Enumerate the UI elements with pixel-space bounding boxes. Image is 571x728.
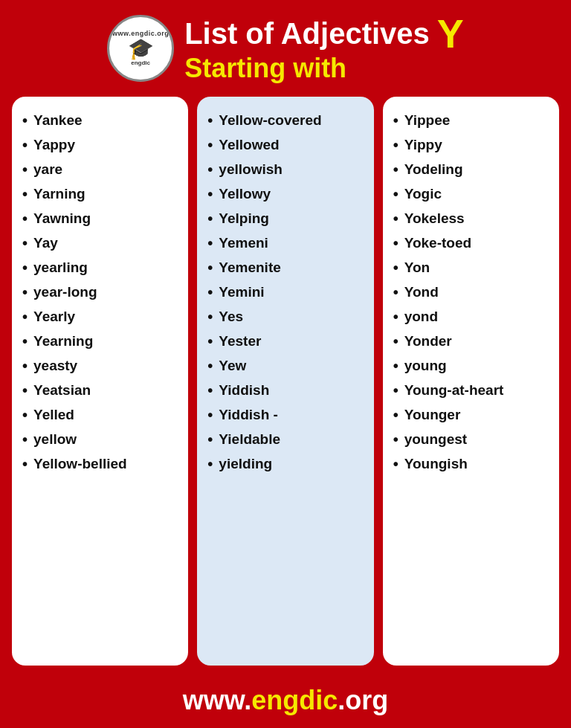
list-item: Yay [22,233,178,254]
list-item: Yellowed [207,135,363,156]
list-item: Yelled [22,405,178,426]
list-item: Yoke-toed [393,233,549,254]
list-item: yearling [22,257,178,279]
list-item: Yew [207,355,363,377]
footer: www.engdic.org [0,677,571,728]
logo-bottom-text: engdic [131,59,150,66]
list-item: Yieldable [207,429,363,451]
list-item: Yippy [393,135,549,156]
list-item: Yiddish - [207,405,363,426]
list-item: Yappy [22,135,178,156]
adjectives-columns: YankeeYappyyareYarningYawningYayyearling… [0,89,571,677]
list-item: Yonder [393,331,549,352]
list-item: Yodeling [393,159,549,181]
header-letter-y: Y [437,13,464,54]
list-item: Yemenite [207,257,363,279]
list-item: Yemeni [207,233,363,254]
header-title-text: List of Adjectives [184,17,430,50]
list-item: Yippee [393,110,549,132]
list-item: Youngish [393,454,549,475]
list-item: year-long [22,282,178,303]
header-text-block: List of Adjectives Y Starting with [184,13,464,83]
column-3: YippeeYippyYodelingYogicYokelessYoke-toe… [383,97,559,666]
list-item: yond [393,306,549,328]
list-item: Yes [207,306,363,328]
list-item: Yawning [22,208,178,230]
list-item: Yellow-bellied [22,454,178,475]
column-1: YankeeYappyyareYarningYawningYayyearling… [12,97,188,666]
list-item: Younger [393,405,549,426]
logo: www.engdic.org 🎓 engdic [107,15,174,82]
list-item: Yokeless [393,208,549,230]
list-item: Yester [207,331,363,352]
logo-top-text: www.engdic.org [112,30,169,37]
list-item: Yond [393,282,549,303]
footer-url-highlight: engdic [251,685,338,715]
list-item: Yellow-covered [207,110,363,132]
list-item: yeasty [22,355,178,377]
list-item: Yellowy [207,184,363,205]
list-item: young [393,355,549,377]
list-item: Yemini [207,282,363,303]
list-item: yare [22,159,178,181]
list-item: Yankee [22,110,178,132]
list-item: Young-at-heart [393,380,549,402]
footer-url: www.engdic.org [0,685,571,716]
column-2: Yellow-coveredYellowedyellowishYellowyYe… [197,97,373,666]
header-title: List of Adjectives Y [184,13,464,54]
list-item: youngest [393,429,549,451]
list-item: Yearning [22,331,178,352]
header-subtitle: Starting with [184,54,346,83]
list-item: yielding [207,454,363,475]
list-item: Yarning [22,184,178,205]
list-item: Yon [393,257,549,279]
header: www.engdic.org 🎓 engdic List of Adjectiv… [0,0,571,89]
list-item: Yelping [207,208,363,230]
list-item: yellow [22,429,178,451]
list-item: Yearly [22,306,178,328]
list-item: Yogic [393,184,549,205]
logo-icon: 🎓 [128,39,154,59]
list-item: yellowish [207,159,363,181]
list-item: Yiddish [207,380,363,402]
list-item: Yeatsian [22,380,178,402]
